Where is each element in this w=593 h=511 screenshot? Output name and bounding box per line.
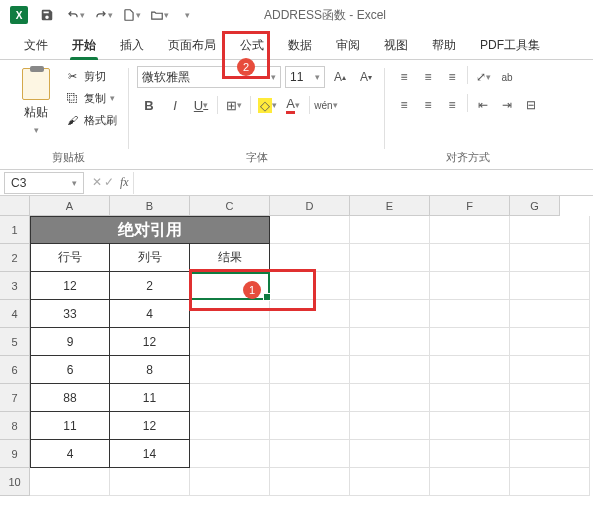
cell[interactable] xyxy=(350,356,430,384)
cell[interactable] xyxy=(270,272,350,300)
cell[interactable]: 4 xyxy=(110,300,190,328)
tab-view[interactable]: 视图 xyxy=(372,30,420,60)
italic-button[interactable]: I xyxy=(163,94,187,116)
col-header-d[interactable]: D xyxy=(270,196,350,216)
row-header-8[interactable]: 8 xyxy=(0,412,30,440)
cell[interactable] xyxy=(510,440,590,468)
tab-formulas[interactable]: 公式 xyxy=(228,30,276,60)
cell[interactable] xyxy=(270,384,350,412)
align-middle-button[interactable]: ≡ xyxy=(417,66,439,88)
tab-home[interactable]: 开始 xyxy=(60,30,108,60)
tab-help[interactable]: 帮助 xyxy=(420,30,468,60)
increase-indent-button[interactable]: ⇥ xyxy=(496,94,518,116)
font-color-button[interactable]: A▾ xyxy=(281,94,305,116)
cell[interactable] xyxy=(430,412,510,440)
align-top-button[interactable]: ≡ xyxy=(393,66,415,88)
copy-button[interactable]: ⿻复制▾ xyxy=(60,88,121,108)
cell[interactable] xyxy=(430,272,510,300)
increase-font-button[interactable]: A▴ xyxy=(329,66,351,88)
format-painter-button[interactable]: 🖌格式刷 xyxy=(60,110,121,130)
cell[interactable] xyxy=(190,300,270,328)
redo-button[interactable]: ▾ xyxy=(92,4,114,26)
cell[interactable] xyxy=(190,440,270,468)
cell[interactable] xyxy=(430,300,510,328)
row-header-6[interactable]: 6 xyxy=(0,356,30,384)
cell[interactable] xyxy=(430,356,510,384)
row-header-1[interactable]: 1 xyxy=(0,216,30,244)
cell[interactable] xyxy=(510,412,590,440)
save-button[interactable] xyxy=(36,4,58,26)
cell[interactable] xyxy=(430,244,510,272)
cell[interactable] xyxy=(510,468,590,496)
cell[interactable] xyxy=(350,412,430,440)
cell[interactable] xyxy=(350,440,430,468)
cell[interactable] xyxy=(510,244,590,272)
cell[interactable] xyxy=(350,272,430,300)
cell[interactable] xyxy=(190,412,270,440)
cell[interactable] xyxy=(430,440,510,468)
wrap-text-button[interactable]: ab xyxy=(496,66,518,88)
cell[interactable]: 8 xyxy=(110,356,190,384)
row-header-4[interactable]: 4 xyxy=(0,300,30,328)
cell[interactable] xyxy=(270,216,350,244)
cell[interactable]: 结果 xyxy=(190,244,270,272)
cell[interactable]: 11 xyxy=(110,384,190,412)
row-header-7[interactable]: 7 xyxy=(0,384,30,412)
align-right-button[interactable]: ≡ xyxy=(441,94,463,116)
cell[interactable]: 33 xyxy=(30,300,110,328)
cell[interactable] xyxy=(270,356,350,384)
cell[interactable] xyxy=(510,384,590,412)
cell[interactable]: 11 xyxy=(30,412,110,440)
cell[interactable]: 12 xyxy=(110,412,190,440)
decrease-indent-button[interactable]: ⇤ xyxy=(472,94,494,116)
tab-pdf-tools[interactable]: PDF工具集 xyxy=(468,30,552,60)
cut-button[interactable]: ✂剪切 xyxy=(60,66,121,86)
cell[interactable]: 12 xyxy=(110,328,190,356)
undo-button[interactable]: ▾ xyxy=(64,4,86,26)
cell[interactable] xyxy=(270,468,350,496)
cell[interactable] xyxy=(430,216,510,244)
cell[interactable] xyxy=(30,468,110,496)
cell[interactable] xyxy=(510,300,590,328)
cell[interactable]: 12 xyxy=(30,272,110,300)
row-header-5[interactable]: 5 xyxy=(0,328,30,356)
cell[interactable] xyxy=(190,468,270,496)
tab-file[interactable]: 文件 xyxy=(12,30,60,60)
cell[interactable] xyxy=(510,272,590,300)
qat-customize[interactable]: ▾ xyxy=(176,4,198,26)
open-file-button[interactable]: ▾ xyxy=(148,4,170,26)
col-header-a[interactable]: A xyxy=(30,196,110,216)
cell[interactable]: 14 xyxy=(110,440,190,468)
cell[interactable]: 绝对引用 xyxy=(30,216,270,244)
row-header-2[interactable]: 2 xyxy=(0,244,30,272)
cell[interactable] xyxy=(190,356,270,384)
align-left-button[interactable]: ≡ xyxy=(393,94,415,116)
cell[interactable] xyxy=(350,468,430,496)
cell[interactable]: 行号 xyxy=(30,244,110,272)
cell[interactable] xyxy=(190,328,270,356)
cell[interactable]: 88 xyxy=(30,384,110,412)
col-header-f[interactable]: F xyxy=(430,196,510,216)
row-header-9[interactable]: 9 xyxy=(0,440,30,468)
cell[interactable] xyxy=(270,412,350,440)
merge-button[interactable]: ⊟ xyxy=(520,94,542,116)
cell[interactable] xyxy=(430,468,510,496)
cell[interactable] xyxy=(430,384,510,412)
cell[interactable] xyxy=(190,384,270,412)
tab-data[interactable]: 数据 xyxy=(276,30,324,60)
col-header-b[interactable]: B xyxy=(110,196,190,216)
cell[interactable] xyxy=(350,328,430,356)
cell[interactable]: 列号 xyxy=(110,244,190,272)
name-box[interactable]: C3▾ xyxy=(4,172,84,194)
row-header-3[interactable]: 3 xyxy=(0,272,30,300)
row-header-10[interactable]: 10 xyxy=(0,468,30,496)
cell[interactable] xyxy=(350,216,430,244)
border-button[interactable]: ⊞▾ xyxy=(222,94,246,116)
align-center-button[interactable]: ≡ xyxy=(417,94,439,116)
cell[interactable] xyxy=(270,328,350,356)
cell[interactable] xyxy=(510,216,590,244)
font-name-select[interactable]: 微软雅黑▾ xyxy=(137,66,281,88)
cell[interactable]: 6 xyxy=(30,356,110,384)
select-all-corner[interactable] xyxy=(0,196,30,216)
underline-button[interactable]: U▾ xyxy=(189,94,213,116)
